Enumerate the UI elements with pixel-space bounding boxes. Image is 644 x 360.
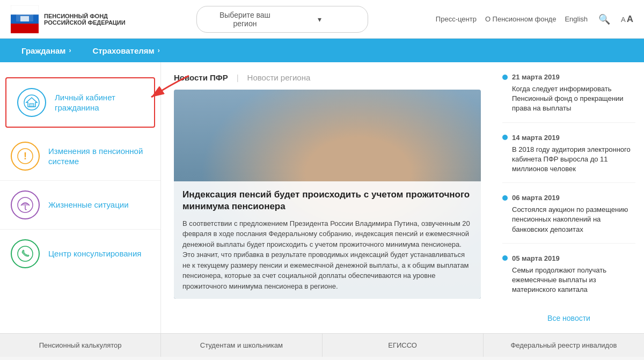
footer-disabled-label: Федеральный реестр инвалидов — [510, 341, 617, 349]
umbrella-icon-wrapper — [11, 190, 40, 219]
news-section: Новости ПФР | Новости региона Индексация… — [161, 62, 494, 333]
sidebar: Личный кабинет гражданина ! Изменения в … — [0, 62, 161, 333]
umbrella-icon — [17, 197, 33, 213]
phone-icon-wrapper — [11, 239, 40, 268]
header-links: Пресс-центр О Пенсионном фонде English 🔍… — [436, 13, 633, 25]
news-list-title: Когда следует информировать Пенсионный ф… — [502, 84, 635, 114]
logo-area: ПЕНСИОННЫЙ ФОНД РОССИЙСКОЙ ФЕДЕРАЦИИ — [11, 5, 129, 33]
tab-pfr-news[interactable]: Новости ПФР — [174, 73, 228, 82]
news-date: 05 марта 2019 — [502, 254, 635, 262]
phone-icon — [17, 246, 33, 262]
news-list-title: Состоялся аукцион по размещению пенсионн… — [502, 205, 635, 234]
news-list-section: 21 марта 2019 Когда следует информироват… — [494, 62, 644, 333]
news-list-title: В 2018 году аудитория электронного кабин… — [502, 145, 635, 174]
sidebar-item-personal-cabinet[interactable]: Личный кабинет гражданина — [5, 77, 155, 128]
header: ПЕНСИОННЫЙ ФОНД РОССИЙСКОЙ ФЕДЕРАЦИИ Выб… — [0, 0, 644, 39]
logo-text: ПЕНСИОННЫЙ ФОНД РОССИЙСКОЙ ФЕДЕРАЦИИ — [44, 13, 126, 26]
all-news-link[interactable]: Все новости — [502, 314, 635, 322]
tab-separator: | — [237, 73, 239, 82]
news-date: 21 марта 2019 — [502, 73, 635, 81]
search-icon: 🔍 — [598, 14, 610, 25]
footer-egisso-label: ЕГИССО — [388, 341, 417, 349]
news-list-item[interactable]: 05 марта 2019 Семьи продолжают получать … — [502, 254, 635, 304]
news-list-item[interactable]: 06 марта 2019 Состоялся аукцион по разме… — [502, 194, 635, 244]
news-date: 14 марта 2019 — [502, 134, 635, 142]
svg-rect-11 — [30, 104, 34, 107]
news-dot-icon — [502, 255, 508, 261]
nav-citizens-chevron-icon: › — [69, 47, 71, 54]
nav-insurers[interactable]: Страхователям › — [82, 39, 170, 62]
news-list-item[interactable]: 21 марта 2019 Когда следует информироват… — [502, 73, 635, 123]
news-date-text: 21 марта 2019 — [512, 73, 560, 81]
nav-citizens-label: Гражданам — [21, 46, 65, 55]
font-large-icon[interactable]: А — [627, 14, 633, 25]
font-size-control: А А — [621, 14, 633, 25]
news-date-text: 06 марта 2019 — [512, 194, 560, 202]
main-content: Личный кабинет гражданина ! Изменения в … — [0, 62, 644, 333]
footer-nav-calculator[interactable]: Пенсионный калькулятор — [0, 334, 161, 357]
search-button[interactable]: 🔍 — [598, 13, 610, 25]
font-small-icon[interactable]: А — [621, 16, 626, 24]
sidebar-item-life-situations[interactable]: Жизненные ситуации — [0, 181, 160, 230]
footer-calculator-label: Пенсионный калькулятор — [39, 341, 122, 349]
nav-insurers-label: Страхователям — [92, 46, 154, 55]
dropdown-chevron-icon: ▾ — [282, 15, 357, 24]
news-list-item[interactable]: 14 марта 2019 В 2018 году аудитория элек… — [502, 134, 635, 183]
sidebar-item-pension-changes-label: Изменения в пенсионной системе — [48, 146, 150, 167]
sidebar-item-pension-changes[interactable]: ! Изменения в пенсионной системе — [0, 132, 160, 181]
news-featured-body: В соответствии с предложением Президента… — [182, 218, 472, 292]
footer-nav-disabled[interactable]: Федеральный реестр инвалидов — [484, 334, 644, 357]
news-featured-overlay: Индексация пенсий будет происходить с уч… — [174, 181, 481, 299]
news-date-text: 14 марта 2019 — [512, 134, 560, 142]
exclamation-icon: ! — [17, 148, 33, 164]
region-selector[interactable]: Выберите ваш регион ▾ — [129, 6, 436, 33]
exclaim-icon-wrapper: ! — [11, 142, 40, 171]
english-link[interactable]: English — [565, 15, 588, 23]
sidebar-item-consultation-center-label: Центр консультирования — [48, 248, 141, 259]
press-center-link[interactable]: Пресс-центр — [436, 15, 477, 23]
news-list-title: Семьи продолжают получать ежемесячные вы… — [502, 266, 635, 295]
footer-nav: Пенсионный калькулятор Студентам и школь… — [0, 333, 644, 357]
news-dot-icon — [502, 195, 508, 201]
navbar: Гражданам › Страхователям › — [0, 39, 644, 62]
news-dot-icon — [502, 75, 508, 80]
news-date: 06 марта 2019 — [502, 194, 635, 202]
footer-nav-egisso[interactable]: ЕГИССО — [323, 334, 484, 357]
nav-insurers-chevron-icon: › — [158, 47, 160, 54]
sidebar-item-life-situations-label: Жизненные ситуации — [48, 200, 129, 210]
svg-rect-0 — [11, 24, 39, 33]
logo-icon — [11, 5, 39, 33]
about-link[interactable]: О Пенсионном фонде — [485, 15, 557, 23]
footer-students-label: Студентам и школьникам — [200, 341, 283, 349]
news-featured-article[interactable]: Индексация пенсий будет происходить с уч… — [174, 90, 481, 299]
news-tabs: Новости ПФР | Новости региона — [174, 73, 481, 82]
svg-rect-5 — [23, 12, 26, 14]
sidebar-item-consultation-center[interactable]: Центр консультирования — [0, 230, 160, 278]
svg-rect-4 — [18, 12, 21, 14]
region-label: Выберите ваш регион — [208, 11, 282, 28]
sidebar-item-personal-cabinet-label: Личный кабинет гражданина — [55, 92, 143, 113]
house-icon-wrapper — [17, 88, 46, 117]
svg-rect-6 — [28, 12, 31, 14]
news-featured-title: Индексация пенсий будет происходить с уч… — [182, 189, 472, 212]
region-dropdown[interactable]: Выберите ваш регион ▾ — [196, 6, 368, 33]
svg-rect-7 — [20, 16, 29, 21]
news-list: 21 марта 2019 Когда следует информироват… — [502, 73, 635, 303]
footer-nav-students[interactable]: Студентам и школьникам — [161, 334, 322, 357]
nav-citizens[interactable]: Гражданам › — [11, 39, 82, 62]
news-date-text: 05 марта 2019 — [512, 254, 560, 262]
house-icon — [24, 94, 40, 111]
svg-text:!: ! — [24, 151, 27, 161]
news-dot-icon — [502, 135, 508, 140]
tab-regional-news[interactable]: Новости региона — [247, 73, 311, 82]
